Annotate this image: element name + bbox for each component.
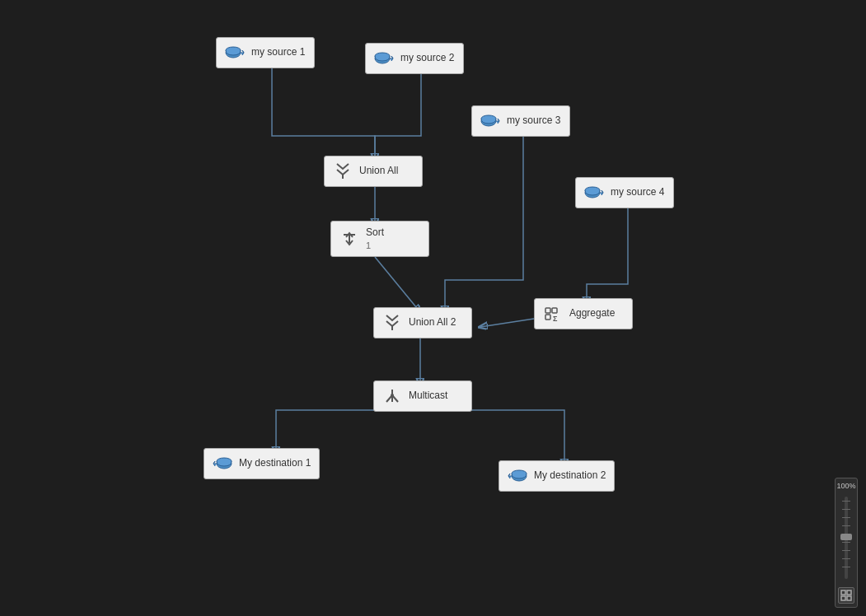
fit-to-screen-button[interactable]	[838, 587, 854, 604]
node-source3[interactable]: my source 3	[471, 105, 570, 137]
multicast-icon	[382, 386, 402, 406]
svg-rect-28	[841, 596, 845, 600]
svg-rect-17	[545, 308, 550, 313]
dest1-label: My destination 1	[239, 457, 311, 470]
node-dest1[interactable]: My destination 1	[204, 448, 320, 479]
source1-label: my source 1	[251, 46, 305, 59]
multicast-label: Multicast	[409, 390, 447, 403]
svg-line-2	[480, 319, 534, 327]
union-all-label: Union All	[359, 165, 398, 178]
aggregate-icon: Σ	[543, 304, 563, 324]
zoom-slider-track	[845, 497, 848, 579]
svg-rect-19	[545, 315, 550, 320]
node-union-all[interactable]: Union All	[324, 156, 423, 187]
node-source1[interactable]: my source 1	[216, 37, 315, 68]
svg-point-21	[391, 394, 394, 397]
svg-rect-26	[841, 590, 845, 595]
union-all-2-icon	[382, 313, 402, 333]
zoom-control: 100%	[835, 478, 858, 608]
source3-icon	[480, 111, 500, 131]
node-source4[interactable]: my source 4	[575, 177, 674, 208]
union-all-icon	[333, 161, 353, 181]
dest2-label: My destination 2	[534, 469, 606, 483]
source4-label: my source 4	[611, 186, 664, 199]
source1-icon	[225, 43, 245, 63]
svg-line-1	[375, 257, 420, 312]
node-source2[interactable]: my source 2	[365, 43, 464, 74]
svg-rect-27	[847, 590, 851, 595]
aggregate-label: Aggregate	[569, 307, 615, 320]
canvas: my source 1 my source 2 my source 3	[0, 0, 866, 616]
source4-icon	[584, 183, 604, 203]
source3-label: my source 3	[507, 114, 560, 128]
svg-text:Σ: Σ	[553, 315, 558, 323]
sort-label: Sort 1	[366, 226, 384, 251]
svg-rect-29	[847, 596, 851, 600]
zoom-label: 100%	[836, 482, 855, 490]
node-dest2[interactable]: My destination 2	[499, 460, 615, 492]
node-multicast[interactable]: Multicast	[373, 380, 472, 412]
node-aggregate[interactable]: Σ Aggregate	[534, 298, 633, 329]
dest1-icon	[213, 454, 232, 474]
zoom-slider-thumb[interactable]	[840, 534, 852, 540]
svg-rect-18	[552, 308, 557, 313]
dest2-icon	[508, 466, 527, 486]
union-all-2-label: Union All 2	[409, 316, 456, 329]
node-union-all-2[interactable]: Union All 2	[373, 307, 472, 338]
source2-icon	[374, 49, 394, 68]
sort-icon	[339, 229, 359, 249]
source2-label: my source 2	[400, 52, 454, 65]
node-sort[interactable]: Sort 1	[330, 221, 429, 257]
